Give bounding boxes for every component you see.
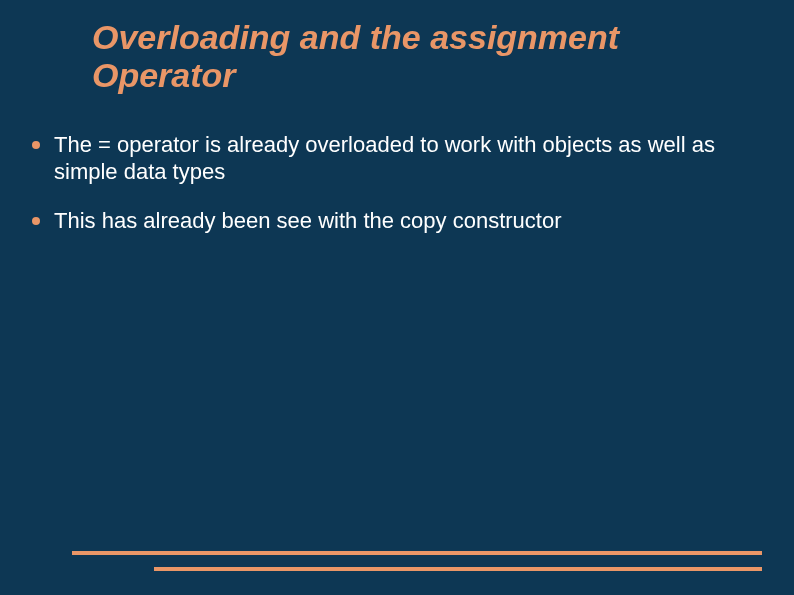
bullet-icon	[32, 217, 40, 225]
bullet-icon	[32, 141, 40, 149]
list-item-text: The = operator is already overloaded to …	[54, 132, 754, 186]
list-item: The = operator is already overloaded to …	[32, 132, 754, 186]
list-item: This has already been see with the copy …	[32, 208, 754, 235]
slide-title: Overloading and the assignment Operator	[92, 18, 744, 94]
divider-top	[72, 551, 762, 555]
divider-bottom	[154, 567, 762, 571]
slide-body: The = operator is already overloaded to …	[32, 132, 754, 256]
list-item-text: This has already been see with the copy …	[54, 208, 754, 235]
